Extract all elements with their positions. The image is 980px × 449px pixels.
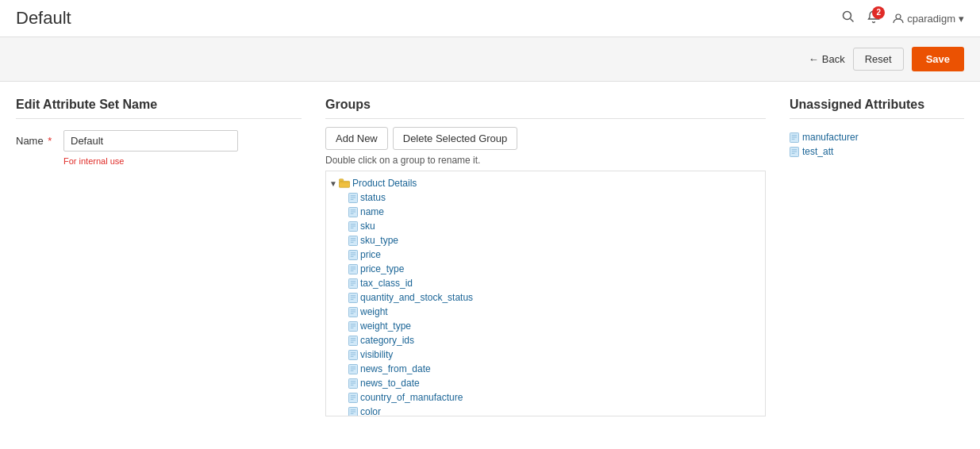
svg-point-2 (896, 14, 901, 19)
svg-rect-21 (348, 250, 357, 259)
collapse-icon: ▼ (329, 179, 337, 187)
edit-attribute-set-title: Edit Attribute Set Name (16, 98, 302, 119)
item-label: weight_type (360, 320, 411, 332)
save-button[interactable]: Save (912, 47, 964, 71)
attribute-icon (348, 321, 358, 332)
unassigned-item-label: test_att (802, 146, 833, 157)
notifications-button[interactable]: 2 (867, 10, 880, 27)
svg-rect-91 (790, 147, 798, 156)
tree-item-visibility[interactable]: visibility (326, 347, 765, 362)
attribute-icon (348, 364, 358, 374)
item-label: news_from_date (360, 363, 431, 374)
svg-rect-53 (348, 364, 357, 374)
tree-item-tax-class-id[interactable]: tax_class_id (326, 276, 765, 290)
svg-rect-17 (348, 236, 357, 245)
svg-rect-49 (348, 350, 357, 359)
dblclick-hint: Double click on a group to rename it. (325, 155, 766, 166)
tree-item-news-from-date[interactable]: news_from_date (326, 362, 765, 376)
tree-item-category-ids[interactable]: category_ids (326, 333, 765, 347)
notification-badge: 2 (872, 6, 885, 19)
attribute-icon (790, 147, 799, 157)
user-dropdown-icon: ▾ (959, 13, 964, 25)
attribute-icon (348, 221, 358, 232)
item-label: color (360, 406, 381, 416)
search-icon (842, 10, 855, 23)
attribute-icon (348, 264, 358, 274)
tree-item-qty-stock[interactable]: quantity_and_stock_status (326, 290, 765, 305)
right-panel: Unassigned Attributes manufacturer test_… (790, 98, 964, 159)
back-button[interactable]: ← Back (809, 53, 845, 65)
attribute-tree[interactable]: ▼ Product Details status (325, 171, 766, 416)
item-label: quantity_and_stock_status (360, 292, 473, 303)
svg-line-1 (851, 19, 854, 22)
item-label: name (360, 206, 384, 217)
user-icon (893, 13, 904, 24)
unassigned-item-manufacturer[interactable]: manufacturer (790, 130, 964, 144)
tree-item-sku[interactable]: sku (326, 219, 765, 233)
tree-item-sku-type[interactable]: sku_type (326, 233, 765, 248)
item-label: status (360, 192, 386, 203)
reset-button[interactable]: Reset (853, 48, 904, 71)
tree-item-price-type[interactable]: price_type (326, 262, 765, 276)
svg-rect-87 (790, 132, 798, 142)
item-label: price (360, 249, 381, 260)
folder-open-icon (339, 178, 350, 188)
group-label-product-details: Product Details (352, 178, 417, 189)
tree-item-name[interactable]: name (326, 205, 765, 219)
unassigned-item-test-att[interactable]: test_att (790, 144, 964, 159)
name-form-row: Name * (16, 130, 302, 152)
search-button[interactable] (842, 10, 855, 26)
tree-item-country-of-manufacture[interactable]: country_of_manufacture (326, 390, 765, 405)
username: cparadigm (907, 13, 955, 25)
tree-item-news-to-date[interactable]: news_to_date (326, 376, 765, 390)
attribute-icon (348, 307, 358, 317)
groups-title: Groups (325, 98, 371, 112)
attribute-icon (348, 278, 358, 289)
item-label: category_ids (360, 335, 414, 346)
svg-rect-57 (348, 378, 357, 388)
action-bar: ← Back Reset Save (0, 37, 980, 82)
attribute-icon (348, 336, 358, 346)
tree-group-product-details[interactable]: ▼ Product Details (326, 176, 765, 190)
main-content: Edit Attribute Set Name Name * For inter… (0, 82, 980, 432)
top-bar: Default 2 cparadigm ▾ (0, 0, 980, 37)
back-label: Back (822, 53, 845, 65)
tree-item-weight[interactable]: weight (326, 305, 765, 319)
tree-item-status[interactable]: status (326, 190, 765, 205)
svg-rect-5 (348, 193, 357, 202)
svg-rect-3 (339, 181, 349, 187)
attribute-icon (348, 250, 358, 260)
svg-rect-61 (348, 393, 357, 402)
name-label: Name * (16, 130, 56, 147)
unassigned-item-label: manufacturer (802, 132, 859, 143)
attribute-icon (348, 293, 358, 303)
svg-rect-65 (348, 407, 357, 416)
item-label: tax_class_id (360, 278, 413, 289)
attribute-icon (348, 350, 358, 360)
tree-item-price[interactable]: price (326, 248, 765, 262)
name-hint: For internal use (63, 156, 302, 166)
tree-item-color[interactable]: color (326, 405, 765, 416)
user-menu-button[interactable]: cparadigm ▾ (893, 13, 964, 25)
attribute-icon (348, 407, 358, 417)
item-label: news_to_date (360, 378, 420, 389)
item-label: sku (360, 221, 375, 232)
groups-header: Groups (325, 98, 766, 119)
tree-item-weight-type[interactable]: weight_type (326, 319, 765, 333)
required-star: * (45, 135, 52, 147)
attribute-icon (348, 193, 358, 203)
attribute-icon (790, 132, 799, 143)
item-label: weight (360, 306, 388, 317)
attribute-icon (348, 236, 358, 246)
delete-selected-group-button[interactable]: Delete Selected Group (393, 127, 518, 150)
item-label: visibility (360, 349, 393, 360)
svg-rect-37 (348, 307, 357, 317)
item-label: sku_type (360, 235, 398, 246)
item-label: price_type (360, 263, 404, 274)
svg-point-0 (844, 12, 851, 20)
name-input[interactable] (63, 130, 238, 152)
unassigned-title: Unassigned Attributes (790, 98, 964, 119)
add-new-button[interactable]: Add New (325, 127, 388, 150)
svg-rect-13 (348, 221, 357, 231)
svg-rect-29 (348, 278, 357, 288)
